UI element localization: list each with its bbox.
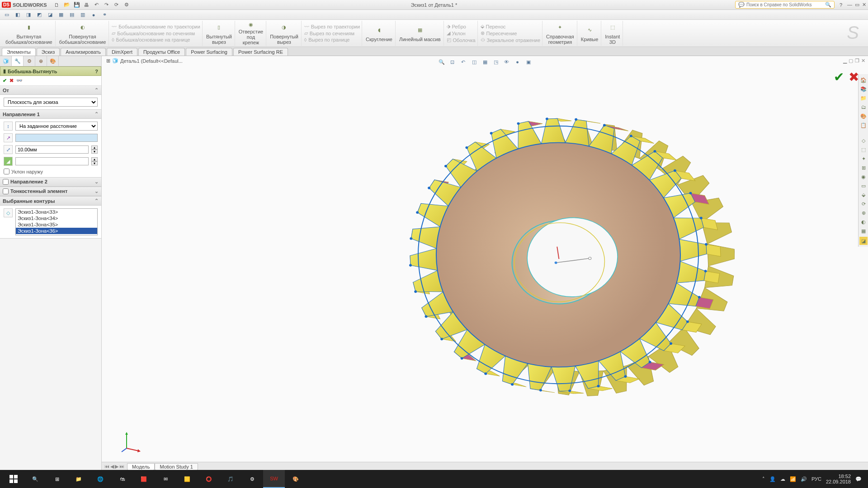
cut-revolve-button[interactable]: ◑ Повернутый вырез	[267, 21, 302, 46]
print-icon[interactable]: 🖶	[82, 1, 91, 9]
direction-input[interactable]	[15, 134, 98, 142]
prev-view-icon[interactable]: ↶	[459, 58, 468, 66]
section-direction2[interactable]: Направление 2 ⌄	[0, 178, 101, 187]
tool7-icon[interactable]: ⬙	[859, 191, 868, 199]
tab-evaluate[interactable]: Анализировать	[61, 48, 106, 56]
tool3-icon[interactable]: ✦	[859, 155, 868, 163]
search-taskbar-icon[interactable]: 🔍	[24, 470, 46, 488]
cube5-icon[interactable]: ▦	[57, 11, 65, 19]
notifications-icon[interactable]: 💬	[855, 476, 862, 482]
chrome-icon[interactable]: ⭕	[198, 470, 220, 488]
curves-button[interactable]: ∿ Кривые	[578, 21, 602, 46]
cut-boundary-button[interactable]: ◊Вырез по границе	[304, 37, 350, 43]
list-item[interactable]: Эскиз1-Зона<36>	[16, 228, 97, 234]
hide-show-icon[interactable]: 👁	[502, 58, 511, 66]
cut-loft-button[interactable]: ▱Вырез по сечениям	[304, 30, 354, 37]
wrap-button[interactable]: ⬙Перенос	[481, 23, 506, 30]
help-icon[interactable]: ?	[836, 1, 845, 9]
edge-icon[interactable]: 🌐	[90, 470, 111, 488]
section-contours[interactable]: Выбранные контуры⌃	[0, 197, 101, 206]
next-icon[interactable]: ▶	[115, 464, 118, 469]
appearances-icon[interactable]: 🎨	[859, 112, 868, 120]
new-icon[interactable]: 🗋	[52, 1, 61, 9]
depth-spinner[interactable]: ▲▼	[91, 145, 98, 154]
sphere-icon[interactable]: ●	[90, 11, 98, 19]
zoom-fit-icon[interactable]: 🔍	[437, 58, 446, 66]
clock[interactable]: 18:5222.09.2018	[826, 474, 851, 484]
redo-icon[interactable]: ↷	[102, 1, 111, 9]
taskview-icon[interactable]: ⊞	[46, 470, 68, 488]
confirm-cancel-icon[interactable]: ✖	[849, 70, 859, 84]
instant3d-button[interactable]: ⬚ Instant 3D	[602, 21, 623, 46]
fillet-button[interactable]: ◖ Скругление	[363, 21, 396, 46]
tool-last-icon[interactable]: ◪	[859, 237, 868, 245]
cut-extrude-button[interactable]: ▯ Вытянутый вырез	[203, 21, 235, 46]
section-view-icon[interactable]: ◫	[470, 58, 479, 66]
search-input[interactable]	[746, 2, 823, 7]
sw-resources-icon[interactable]: 🏠	[859, 76, 868, 84]
intersect-button[interactable]: ⊗Пересечение	[481, 30, 517, 37]
detailed-preview-icon[interactable]: 👓	[16, 78, 23, 84]
view-palette-icon[interactable]: 🗂	[859, 103, 868, 111]
ref-geom-button[interactable]: ✦ Справочная геометрия	[543, 21, 577, 46]
appearance-icon[interactable]: ●	[513, 58, 522, 66]
expand-icon[interactable]: ⊞	[106, 58, 110, 64]
cube3-icon[interactable]: ◩	[35, 11, 43, 19]
save-icon[interactable]: 💾	[72, 1, 81, 9]
depth-input[interactable]	[15, 145, 89, 154]
contours-list[interactable]: Эскиз1-Зона<33> Эскиз1-Зона<34> Эскиз1-З…	[15, 208, 98, 235]
tool1-icon[interactable]: ◇	[859, 136, 868, 145]
tab-dimxpert[interactable]: DimXpert	[107, 48, 137, 56]
close-icon[interactable]: ✕	[862, 2, 866, 8]
list-item[interactable]: Эскиз1-Зона<34>	[16, 215, 97, 221]
cube7-icon[interactable]: ▥	[79, 11, 87, 19]
config-tab[interactable]: ⚙	[24, 56, 35, 66]
options-icon[interactable]: ⚙	[122, 1, 131, 9]
tray-chevron-icon[interactable]: ˄	[762, 476, 765, 482]
tool8-icon[interactable]: ⟳	[859, 200, 868, 208]
sweep-button[interactable]: 〰Бобышка/основание по траектории	[112, 23, 200, 30]
solidworks-taskbar-icon[interactable]: SW	[263, 470, 285, 488]
help-icon[interactable]: ?	[95, 69, 98, 74]
yandex-icon[interactable]: 🟥	[133, 470, 155, 488]
vp-restore-icon[interactable]: ❐	[855, 58, 859, 64]
orientation-triad[interactable]	[120, 430, 142, 453]
display-style-icon[interactable]: ◳	[491, 58, 500, 66]
tab-powersurfacing[interactable]: Power Surfacing	[186, 48, 232, 56]
restore-icon[interactable]: ▭	[855, 2, 859, 8]
tool4-icon[interactable]: ⊞	[859, 164, 868, 172]
first-icon[interactable]: ⏮	[104, 464, 109, 469]
loft-button[interactable]: ▱Бобышка/основание по сечениям	[112, 30, 195, 37]
mail-icon[interactable]: ✉	[155, 470, 176, 488]
tool10-icon[interactable]: ◐	[859, 218, 868, 226]
section-direction1[interactable]: Направление 1⌃	[0, 110, 101, 119]
cube2-icon[interactable]: ◨	[24, 11, 33, 19]
store-icon[interactable]: 🛍	[111, 470, 133, 488]
property-tab[interactable]: 🔧	[12, 56, 24, 66]
custom-props-icon[interactable]: 📋	[859, 121, 868, 129]
graphics-viewport[interactable]: ⊞ 🧊 Деталь1 (Default<<Defaul... 🔍 ⊡ ↶ ◫ …	[102, 56, 868, 471]
onedrive-icon[interactable]: ☁	[780, 476, 785, 482]
from-select[interactable]: Плоскость для эскиза	[4, 98, 98, 107]
minimize-icon[interactable]: —	[847, 2, 852, 8]
last-icon[interactable]: ⏭	[119, 464, 124, 469]
list-item[interactable]: Эскиз1-Зона<33>	[16, 209, 97, 215]
pattern-button[interactable]: ▦ Линейный массив	[396, 21, 444, 46]
yandex2-icon[interactable]: 🟨	[176, 470, 198, 488]
lang-indicator[interactable]: РУС	[811, 476, 821, 482]
tab-powersurfacing-re[interactable]: Power Surfacing RE	[233, 48, 288, 56]
explorer-icon[interactable]: 📁	[68, 470, 90, 488]
appearance-tab[interactable]: 🎨	[47, 56, 59, 66]
view-orient-icon[interactable]: ▦	[481, 58, 490, 66]
scene-icon[interactable]: ▣	[524, 58, 533, 66]
cube6-icon[interactable]: ▤	[68, 11, 76, 19]
draft-outward-check[interactable]: Уклон наружу	[4, 169, 98, 174]
rebuild-icon[interactable]: ⟳	[112, 1, 121, 9]
tool6-icon[interactable]: ▭	[859, 182, 868, 190]
cut-sweep-button[interactable]: 〰Вырез по траектории	[304, 23, 360, 30]
cancel-button[interactable]: ✖	[9, 78, 14, 84]
tool2-icon[interactable]: ⬚	[859, 145, 868, 154]
vp-max-icon[interactable]: ▢	[849, 58, 853, 64]
wifi-icon[interactable]: 📶	[790, 476, 796, 482]
section-from[interactable]: От⌃	[0, 86, 101, 95]
